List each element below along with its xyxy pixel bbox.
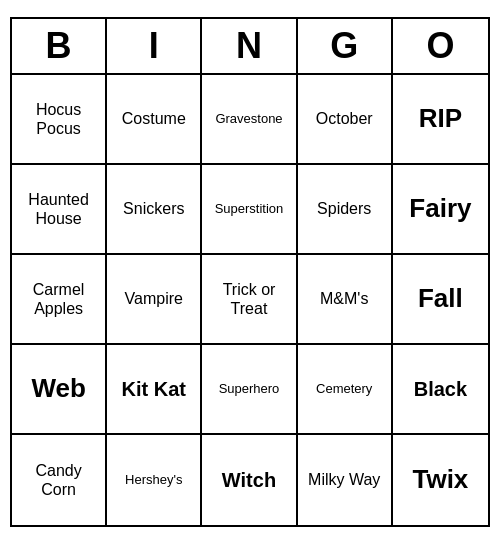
header-letter-i: I <box>107 19 202 73</box>
bingo-cell-6[interactable]: Snickers <box>107 165 202 255</box>
bingo-cell-0[interactable]: Hocus Pocus <box>12 75 107 165</box>
bingo-cell-5[interactable]: Haunted House <box>12 165 107 255</box>
bingo-cell-18[interactable]: Cemetery <box>298 345 393 435</box>
bingo-cell-23[interactable]: Milky Way <box>298 435 393 525</box>
cell-text-13: M&M's <box>320 289 368 308</box>
bingo-card: BINGO Hocus PocusCostumeGravestoneOctobe… <box>10 17 490 527</box>
header-letter-n: N <box>202 19 297 73</box>
header-letter-o: O <box>393 19 488 73</box>
bingo-cell-2[interactable]: Gravestone <box>202 75 297 165</box>
bingo-cell-1[interactable]: Costume <box>107 75 202 165</box>
cell-text-24: Twix <box>412 464 468 495</box>
cell-text-0: Hocus Pocus <box>16 100 101 138</box>
bingo-cell-9[interactable]: Fairy <box>393 165 488 255</box>
bingo-cell-8[interactable]: Spiders <box>298 165 393 255</box>
bingo-cell-19[interactable]: Black <box>393 345 488 435</box>
cell-text-19: Black <box>414 377 467 401</box>
cell-text-8: Spiders <box>317 199 371 218</box>
cell-text-4: RIP <box>419 103 462 134</box>
header-letter-b: B <box>12 19 107 73</box>
cell-text-6: Snickers <box>123 199 184 218</box>
header-letter-g: G <box>298 19 393 73</box>
bingo-cell-12[interactable]: Trick or Treat <box>202 255 297 345</box>
cell-text-5: Haunted House <box>16 190 101 228</box>
bingo-cell-4[interactable]: RIP <box>393 75 488 165</box>
cell-text-21: Hershey's <box>125 472 182 488</box>
bingo-cell-16[interactable]: Kit Kat <box>107 345 202 435</box>
cell-text-17: Superhero <box>219 381 280 397</box>
cell-text-23: Milky Way <box>308 470 380 489</box>
bingo-cell-14[interactable]: Fall <box>393 255 488 345</box>
cell-text-10: Carmel Apples <box>16 280 101 318</box>
bingo-grid: Hocus PocusCostumeGravestoneOctoberRIPHa… <box>12 75 488 525</box>
cell-text-9: Fairy <box>409 193 471 224</box>
bingo-cell-17[interactable]: Superhero <box>202 345 297 435</box>
bingo-cell-13[interactable]: M&M's <box>298 255 393 345</box>
bingo-cell-7[interactable]: Superstition <box>202 165 297 255</box>
cell-text-18: Cemetery <box>316 381 372 397</box>
cell-text-16: Kit Kat <box>122 377 186 401</box>
bingo-cell-3[interactable]: October <box>298 75 393 165</box>
bingo-cell-15[interactable]: Web <box>12 345 107 435</box>
cell-text-14: Fall <box>418 283 463 314</box>
bingo-cell-11[interactable]: Vampire <box>107 255 202 345</box>
bingo-cell-21[interactable]: Hershey's <box>107 435 202 525</box>
cell-text-20: Candy Corn <box>16 461 101 499</box>
cell-text-7: Superstition <box>215 201 284 217</box>
cell-text-1: Costume <box>122 109 186 128</box>
bingo-cell-24[interactable]: Twix <box>393 435 488 525</box>
cell-text-15: Web <box>31 373 85 404</box>
bingo-cell-22[interactable]: Witch <box>202 435 297 525</box>
bingo-cell-10[interactable]: Carmel Apples <box>12 255 107 345</box>
bingo-header: BINGO <box>12 19 488 75</box>
cell-text-12: Trick or Treat <box>206 280 291 318</box>
bingo-cell-20[interactable]: Candy Corn <box>12 435 107 525</box>
cell-text-22: Witch <box>222 468 276 492</box>
cell-text-3: October <box>316 109 373 128</box>
cell-text-11: Vampire <box>125 289 183 308</box>
cell-text-2: Gravestone <box>215 111 282 127</box>
